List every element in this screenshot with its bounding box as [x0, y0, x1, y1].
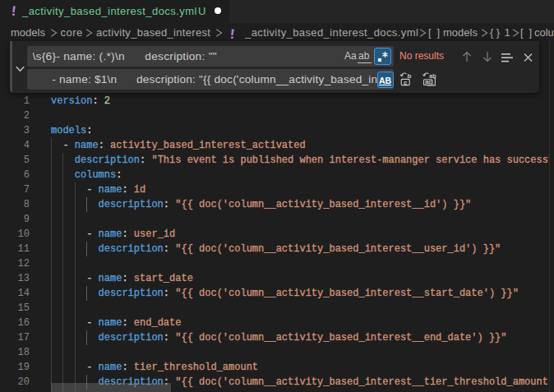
- svg-text:b: b: [408, 72, 412, 80]
- svg-text:c: c: [404, 78, 408, 85]
- svg-text:ac: ac: [425, 78, 432, 85]
